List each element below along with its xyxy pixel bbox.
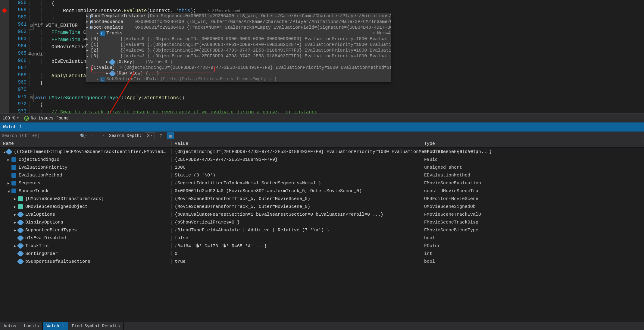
chevron-down-icon: ▼ [151,134,152,137]
datatip-value: {{Value=1 },{ObjectBindingID={FAC88CBD-4… [120,42,391,48]
datatip-name: RootTemplateInstance [91,13,145,19]
bottom-tab[interactable]: Watch 1 [43,322,68,330]
line-number: 958 [18,0,27,5]
watch-search-input[interactable]: Search (Ctrl+E) [2,132,77,139]
line-number: 972 [18,101,27,107]
datatip-value: {{Value=2 },{ObjectBindingID={2ECF3DD9-4… [120,48,391,53]
code-line[interactable]: │ } [28,80,43,87]
expand-arrow-icon[interactable]: ▶ [106,71,109,76]
datatip-name: SubSectionFieldData [106,76,158,82]
search-icon[interactable]: 🔍▾ [80,132,87,139]
datatip-name: [2] [91,48,118,53]
expand-arrow-icon[interactable]: ▶ [96,30,99,36]
datatip-row[interactable]: ▶[0:Key]{Value=3 } [86,59,391,65]
datatip-name: RootTemplate [91,25,133,30]
class-icon [18,204,23,209]
line-number: 968 [18,72,27,78]
code-line[interactable]: ⊟void UMovieSceneSequencePlayer::ApplyLa… [28,94,185,102]
datatip-row[interactable]: ▶[2]{{Value=2 },{ObjectBindingID={2ECF3D… [86,48,391,53]
datatip-value: {{Value=3 },{ObjectBindingID={2ECF3DD9-4… [120,53,391,59]
arrow-right-icon[interactable]: → [99,132,106,139]
code-editor[interactable]: 9589599609619629639649659669679689699709… [0,0,644,114]
code-line[interactable]: │ │ OnMovieSceneSec [28,43,95,51]
line-numbers: 9589599609619629639649659669679689699709… [9,0,28,114]
datatip-name: [Raw View] [116,71,143,76]
expand-arrow-icon[interactable]: ▶ [86,65,88,71]
expand-arrow-icon[interactable]: ▶ [86,48,88,53]
search-depth-select[interactable]: 3 ▼ [145,132,155,139]
datatip-row[interactable]: ▶[0]{{Value=0 },{ObjectBindingID={000000… [86,36,391,42]
var-icon [109,71,116,76]
issues-indicator[interactable]: No issues found [24,116,69,121]
datatip-row[interactable]: ▶RootTemplate0x000001fc29286468 {Tracks=… [86,25,391,30]
datatip-value: Num=4 [377,30,391,36]
expand-arrow-icon[interactable]: ▶ [86,13,88,19]
datatip-row[interactable]: ▶[1:Value]⇱{ObjectBindingID={2ECF3DD9-47… [86,65,391,71]
line-number: 959 [18,7,27,13]
line-number: 963 [18,36,27,42]
breakpoint-icon[interactable] [2,8,7,13]
datatip-row[interactable]: ▶RootSequence0x000001fc29286400 (LS_Win,… [86,19,391,25]
search-depth-label: Search Depth: [109,133,142,138]
field-icon [100,31,105,36]
line-number: 970 [18,87,27,92]
expand-arrow-icon[interactable]: ▶ [86,42,88,48]
expand-arrow-icon[interactable]: ▶ [86,25,88,30]
datatip-name: [1:Value] [91,65,118,71]
line-number: 962 [18,29,27,34]
datatip-name: RootSequence [91,19,133,25]
chevron-down-icon: ▼ [17,116,19,120]
watch-panel-title[interactable]: Watch 1 [0,122,644,132]
bottom-tabstrip: AutosLocalsWatch 1Find Symbol Results [0,322,644,330]
search-placeholder: Search (Ctrl+E) [2,133,40,138]
datatip-value: {ObjectBindingID={2ECF3DD9-47D3-9747-2E5… [124,65,391,71]
toggle-view-icon[interactable]: ▦ [167,132,174,139]
watch-grid[interactable]: Name Value Type ◢((TSetElement<TTuple<FM… [0,140,644,322]
datatip-value: {Value=3 } [145,59,173,65]
zoom-level[interactable]: 100 % ▼ [2,116,19,121]
bottom-tab[interactable]: Autos [0,322,20,330]
datatip-name: [0:Key] [116,59,143,65]
datatip-name: [0] [91,36,118,42]
datatip-root[interactable]: ▶RootTemplateInstance{RootSequence=0x000… [86,13,391,82]
datatip-row[interactable]: ▶SubSectionFieldData{Field={Data={Entrie… [86,76,391,82]
line-number: 971 [18,94,27,100]
datatip-row[interactable]: ◢[3]{{Value=3 },{ObjectBindingID={2ECF3D… [86,53,391,59]
code-line[interactable]: │ { [28,101,43,109]
zoom-value: 100 % [2,116,15,121]
check-circle-icon [24,116,29,121]
pin-icon[interactable]: ⇱ [372,30,376,36]
expand-arrow-icon[interactable]: ▶ [96,76,99,82]
expand-arrow-icon[interactable]: ◢ [86,53,88,59]
datatip-value: {{Value=0 },{ObjectBindingID={00000000-0… [120,36,391,42]
issues-text: No issues found [31,116,69,121]
arrow-left-icon[interactable]: ← [90,132,96,139]
watch-row[interactable]: ▶UMovieSceneSignedObject(MovieScene3DTra… [0,203,644,211]
line-number: 961 [18,22,27,27]
datatip-value: {...} [145,71,159,76]
breakpoint-column[interactable] [0,0,9,114]
bottom-tab[interactable]: Locals [20,322,43,330]
expand-arrow-icon[interactable]: ▶ [86,19,88,25]
code-line[interactable]: ⊟#if WITH_EDITOR [28,22,78,30]
line-number: 969 [18,80,27,85]
datatip-name: [3] [91,53,118,59]
code-line[interactable]: #endif [28,51,46,58]
datatip-row[interactable]: ▶[1]{{Value=1 },{ObjectBindingID={FAC88C… [86,42,391,48]
expand-arrow-icon[interactable]: ▶ [106,59,109,65]
line-number: 966 [18,58,27,63]
editor-statusbar: 100 % ▼ No issues found [0,113,644,122]
bottom-tab[interactable]: Find Symbol Results [68,322,124,330]
code-line[interactable]: │ │ { [28,0,54,7]
datatip-value: {Field={Data={Entries=Empty Items=Empty … [160,76,282,82]
filter-icon[interactable]: ⚲ [158,132,164,139]
var-icon [109,59,116,65]
datatip-row[interactable]: ▶[Raw View]{...} [86,71,391,76]
datatip-row[interactable]: ▶RootTemplateInstance{RootSequence=0x000… [86,13,391,19]
watch-title-label: Watch 1 [3,125,22,130]
pin-icon[interactable]: ⇱ [120,65,123,71]
line-number: 964 [18,43,27,49]
expand-arrow-icon[interactable]: ▶ [86,36,88,42]
datatip-row[interactable]: ▶Tracks⇱Num=4 [86,30,391,36]
code-line[interactable]: │ │ } [28,14,54,22]
